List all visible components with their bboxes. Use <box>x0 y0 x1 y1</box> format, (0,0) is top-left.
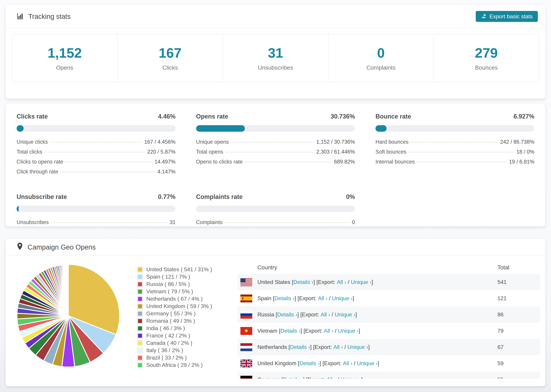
legend-label: France ( 42 / 2% ) <box>146 332 190 339</box>
legend-label: Romania ( 49 / 3% ) <box>146 318 195 324</box>
stat-row: Unsubscribes 31 <box>17 219 176 229</box>
legend-swatch <box>137 267 142 272</box>
dotted-leader <box>410 142 498 142</box>
dotted-leader <box>50 142 142 142</box>
legend-item: Italy ( 36 / 2% ) <box>137 347 212 354</box>
details-link[interactable]: Details › <box>290 344 310 350</box>
rate-block: Unsubscribe rate 0.77% Unsubscribes 31 <box>17 193 176 229</box>
country-total: 86 <box>497 311 540 318</box>
legend-item: United States ( 541 / 31% ) <box>137 266 212 273</box>
stat-box: 167 Clicks <box>117 34 223 82</box>
dotted-leader <box>417 162 507 162</box>
legend-label: Canada ( 40 / 2% ) <box>146 340 192 346</box>
legend-swatch <box>137 348 142 353</box>
country-flag-icon <box>240 327 252 335</box>
rate-title: Bounce rate <box>375 113 411 120</box>
geo-section-title: Campaign Geo Opens <box>28 243 96 251</box>
rate-value: 0% <box>346 193 355 200</box>
stat-row-value: 31 <box>170 219 175 225</box>
export-unique-link[interactable]: Unique › <box>332 295 353 301</box>
details-link[interactable]: Details › <box>283 377 303 379</box>
rate-value: 6.927% <box>514 113 534 120</box>
country-name: United Kingdom <box>257 360 296 366</box>
stat-row-label: Hard bounces <box>375 139 409 145</box>
export-all-link[interactable]: All › <box>333 344 343 350</box>
details-link[interactable]: Details › <box>299 360 319 366</box>
stat-row-value: 220 / 5.87% <box>147 149 175 155</box>
stat-row: Soft bounces 18 / 0% <box>375 149 534 159</box>
stat-label: Complaints <box>366 64 396 71</box>
export-all-link[interactable]: All › <box>321 311 330 318</box>
legend-label: Italy ( 36 / 2% ) <box>146 347 183 354</box>
progress-bar <box>17 206 176 212</box>
stat-row: Total clicks 220 / 5.87% <box>17 149 176 159</box>
details-link[interactable]: Details › <box>275 295 295 301</box>
stat-label: Clicks <box>162 64 178 71</box>
dotted-leader <box>44 152 145 152</box>
stat-row-value: 2,303 / 61.446% <box>316 149 355 155</box>
export-unique-link[interactable]: Unique › <box>338 328 359 334</box>
geo-pie-chart <box>15 263 121 379</box>
dotted-leader <box>231 142 314 142</box>
details-link[interactable]: Details › <box>281 328 300 334</box>
stat-value: 31 <box>268 45 283 61</box>
details-link[interactable]: Details › <box>277 311 297 318</box>
export-unique-link[interactable]: Unique › <box>340 377 361 379</box>
legend-label: Russia ( 86 / 5% ) <box>146 281 190 287</box>
legend-item: France ( 42 / 2% ) <box>137 332 212 339</box>
stat-row-value: 14.497% <box>155 159 175 165</box>
stat-row: Clicks to opens rate 14.497% <box>17 159 176 169</box>
legend-item: Vietnam ( 79 / 5% ) <box>137 288 212 295</box>
bar-chart-icon <box>17 12 24 21</box>
legend-item: Canada ( 40 / 2% ) <box>137 339 212 347</box>
export-all-link[interactable]: All › <box>324 328 333 334</box>
stat-row-label: Total clicks <box>17 149 42 155</box>
export-unique-link[interactable]: Unique › <box>357 360 378 366</box>
legend-label: India ( 46 / 3% ) <box>146 325 185 331</box>
legend-label: Brazil ( 33 / 2% ) <box>146 355 187 361</box>
stat-row-label: Unique clicks <box>17 139 48 145</box>
stat-row-label: Total opens <box>196 149 223 155</box>
country-flag-icon <box>240 359 252 367</box>
dotted-leader <box>225 152 314 152</box>
stat-box: 1,152 Opens <box>12 34 117 82</box>
rate-block: Complaints rate 0% Complaints 0 <box>196 193 355 229</box>
country-flag-icon <box>240 294 252 302</box>
export-all-link[interactable]: All › <box>318 295 327 301</box>
country-flag-icon <box>240 311 252 319</box>
country-total: 541 <box>497 279 540 285</box>
legend-item: Netherlands ( 67 / 4% ) <box>137 295 212 302</box>
stat-row-value: 0 <box>352 219 355 225</box>
dotted-leader <box>60 172 155 172</box>
stat-row: Opens to clicks rate 689.82% <box>196 159 355 169</box>
stat-value: 167 <box>159 45 181 61</box>
export-unique-link[interactable]: Unique › <box>351 279 372 285</box>
legend-swatch <box>137 282 142 287</box>
export-all-link[interactable]: All › <box>326 377 336 379</box>
stat-row: Hard bounces 242 / 86.738% <box>375 139 534 149</box>
stat-row-value: 1,152 / 30.736% <box>316 139 355 145</box>
progress-fill <box>196 125 245 132</box>
legend-swatch <box>137 311 142 316</box>
legend-item: Germany ( 55 / 3% ) <box>137 310 212 317</box>
rate-value: 0.77% <box>158 193 176 200</box>
rate-block: Opens rate 30.736% Unique opens 1,152 / … <box>196 113 355 179</box>
export-unique-link[interactable]: Unique › <box>335 311 355 318</box>
stat-value: 0 <box>377 45 385 61</box>
legend-label: Netherlands ( 67 / 4% ) <box>146 296 203 302</box>
export-all-link[interactable]: All › <box>337 279 346 285</box>
total-column-header: Total <box>497 264 540 271</box>
stat-row-value: 18 / 0% <box>516 149 534 155</box>
legend-item: India ( 46 / 3% ) <box>137 325 212 332</box>
stat-row-label: Complaints <box>196 219 223 225</box>
legend-swatch <box>137 363 142 368</box>
export-basic-stats-button[interactable]: Export basic stats <box>476 11 538 22</box>
legend-label: South Africa ( 29 / 2% ) <box>146 362 203 368</box>
export-all-link[interactable]: All › <box>343 360 352 366</box>
rate-title: Complaints rate <box>196 193 243 200</box>
dotted-leader <box>245 162 332 162</box>
stat-row-label: Internal bounces <box>375 159 415 165</box>
details-link[interactable]: Details › <box>293 279 313 285</box>
export-unique-link[interactable]: Unique › <box>347 344 368 350</box>
table-row: Russia [Details ›] [Export: All › / Uniq… <box>238 307 540 323</box>
